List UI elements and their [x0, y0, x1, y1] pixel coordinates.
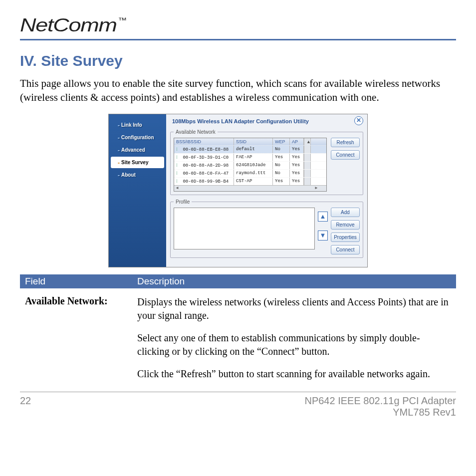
network-table[interactable]: BSS/IBSSID SSID WEP AP ▲ ⁞ 00-0D-88-EB-E… [174, 138, 327, 192]
col-wep[interactable]: WEP [273, 138, 290, 145]
section-title: IV. Site Survey [20, 52, 456, 69]
utility-screenshot: Link Info Configuration Advanced Site Su… [108, 114, 368, 267]
profile-box: Profile ▲ ▼ Add Remove Properties Connec… [170, 199, 363, 258]
remove-button[interactable]: Remove [331, 220, 360, 230]
nav-configuration[interactable]: Configuration [111, 132, 164, 143]
brand-underline [20, 39, 456, 40]
page-footer: 22 NP642 IEEE 802.11g PCI Adapter YML785… [20, 392, 456, 418]
col-ssid[interactable]: SSID [234, 138, 273, 145]
profile-label: Profile [174, 199, 192, 205]
product-name: NP642 IEEE 802.11g PCI Adapter [304, 395, 456, 407]
col-ap[interactable]: AP [290, 138, 304, 145]
desc-p3: Click the “Refresh” button to start scan… [137, 367, 451, 381]
table-row[interactable]: ⁞ 00-0F-3D-39-D1-C0FAE-APYesYes [174, 153, 326, 161]
utility-title: 108Mbps Wireless LAN Adapter Configurati… [170, 117, 363, 127]
col-bss[interactable]: BSS/IBSSID [174, 138, 234, 145]
revision: YML785 Rev1 [304, 407, 456, 418]
properties-button[interactable]: Properties [331, 233, 360, 242]
field-description: Displays the wireless networks (wireless… [137, 295, 451, 390]
profile-list[interactable] [174, 208, 315, 249]
utility-nav: Link Info Configuration Advanced Site Su… [109, 114, 166, 267]
connect-button[interactable]: Connect [331, 150, 360, 160]
nav-link-info[interactable]: Link Info [111, 119, 164, 131]
field-name: Available Network: [25, 295, 137, 390]
scroll-up-icon[interactable]: ▲ [304, 138, 311, 145]
profile-connect-button[interactable]: Connect [331, 245, 360, 254]
move-down-icon[interactable]: ▼ [318, 231, 328, 240]
scrollbar-horizontal[interactable] [174, 185, 326, 191]
brand-logo: NetComm™ [20, 15, 125, 36]
nav-about[interactable]: About [111, 169, 164, 181]
table-row[interactable]: ⁞ 00-0D-88-99-9B-B4CST-APYesYes [174, 177, 326, 185]
add-button[interactable]: Add [331, 208, 360, 217]
nav-site-survey[interactable]: Site Survey [111, 157, 164, 168]
refresh-button[interactable]: Refresh [331, 138, 360, 147]
available-network-label: Available Network [174, 129, 218, 135]
available-network-box: Available Network BSS/IBSSID SSID WEP AP… [170, 129, 363, 195]
table-row[interactable]: ⁞ 00-0D-88-EB-E8-88defaultNoYes [174, 145, 326, 153]
nav-advanced[interactable]: Advanced [111, 144, 164, 156]
desc-p2: Select any one of them to establish comm… [137, 331, 451, 358]
table-row[interactable]: ⁞ 00-0D-88-C0-FA-47raymond.tttNoYes [174, 169, 326, 177]
intro-paragraph: This page allows you to enable the site … [20, 76, 456, 105]
header-field: Field [25, 276, 137, 287]
page-number: 22 [20, 395, 31, 407]
field-desc-header: Field Description [20, 274, 456, 288]
desc-p1: Displays the wireless networks (wireless… [137, 295, 451, 322]
header-description: Description [137, 276, 185, 287]
close-icon[interactable]: ✕ [354, 116, 363, 125]
table-row[interactable]: ⁞ 00-0D-88-A8-2D-98624G810JadeNoYes [174, 161, 326, 169]
move-up-icon[interactable]: ▲ [318, 212, 328, 222]
